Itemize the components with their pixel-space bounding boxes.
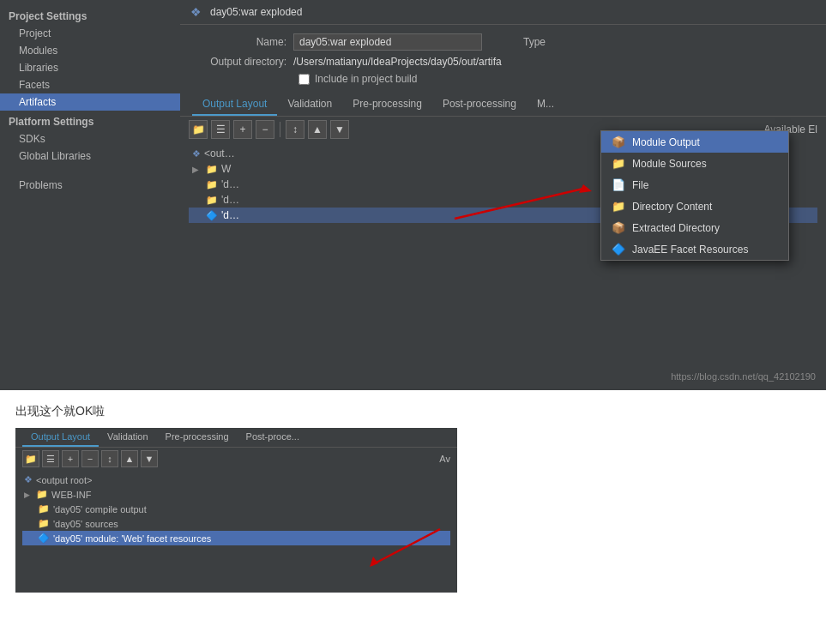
tab-bar: Output Layout Validation Pre-processing … — [180, 93, 826, 117]
tree-arrow: ▶ — [192, 165, 202, 174]
sidebar-item-artifacts[interactable]: Artifacts — [0, 93, 180, 111]
type-label: Type — [523, 36, 546, 48]
sources-icon: 📁 — [38, 518, 50, 529]
sort-btn[interactable]: ↕ — [286, 120, 304, 139]
include-checkbox[interactable] — [298, 74, 310, 85]
dropdown-item-extracted-directory[interactable]: 📦 Extracted Directory — [601, 217, 788, 238]
add-btn[interactable]: + — [233, 120, 252, 139]
remove-btn[interactable]: − — [256, 120, 274, 139]
tree2-item-sources[interactable]: 📁 'day05' sources — [22, 516, 450, 531]
tree2-item-compile-output[interactable]: 📁 'day05' compile output — [22, 502, 450, 516]
sidebar-item-problems[interactable]: Problems — [0, 177, 180, 194]
tab2-validation[interactable]: Validation — [99, 428, 157, 447]
tab2-output-layout[interactable]: Output Layout — [22, 428, 99, 447]
name-label: Name: — [192, 36, 286, 48]
screenshot-1: Project Settings Project Modules Librari… — [0, 0, 826, 390]
tree2-item-label: 'day05' compile output — [53, 504, 147, 515]
tab-post-processing[interactable]: Post-processing — [432, 93, 527, 116]
tree2-item-label: 'day05' sources — [53, 519, 118, 529]
output-tree-2: ❖ <output root> ▶ 📁 WEB-INF 📁 'day05' co… — [15, 470, 457, 593]
dropdown-item-label: Module Output — [632, 136, 700, 148]
properties-area: Name: Type Output directory: /Users/mati… — [180, 25, 826, 93]
sidebar-item-project[interactable]: Project — [0, 25, 180, 42]
include-row: Include in project build — [192, 73, 814, 85]
sidebar-item-global-libraries[interactable]: Global Libraries — [0, 147, 180, 165]
tree2-item-label: <output root> — [36, 475, 92, 485]
toolbar-sep — [280, 122, 280, 137]
tree-item-label: 'd… — [221, 194, 239, 206]
dropdown-item-label: JavaEE Facet Resources — [632, 244, 748, 256]
tree2-arrow: ▶ — [24, 491, 33, 499]
output-dir-value: /Users/matianyu/IdeaProjects/day05/out/a… — [293, 56, 502, 68]
extracted-directory-icon: 📦 — [612, 221, 625, 234]
webinf-icon: 📁 — [36, 489, 48, 500]
dropdown-item-label: Extracted Directory — [632, 222, 720, 234]
artifact-bar: ❖ day05:war exploded — [180, 0, 826, 25]
watermark: https://blog.csdn.net/qq_42102190 — [671, 371, 816, 382]
tree-item-label: 'd… — [221, 209, 239, 221]
name-row: Name: Type — [192, 33, 814, 51]
facet-icon: 🔷 — [38, 533, 50, 544]
add-btn-2[interactable]: + — [62, 450, 79, 467]
main-content: ❖ day05:war exploded Name: Type Output d… — [180, 0, 826, 390]
project-settings-header: Project Settings — [0, 5, 180, 25]
output-root-icon: ❖ — [24, 474, 33, 485]
tree2-item-label: 'day05' module: 'Web' facet resources — [53, 533, 211, 544]
sort-btn-2[interactable]: ↕ — [101, 450, 118, 467]
list-btn[interactable]: ☰ — [211, 120, 230, 139]
dropdown-item-label: Directory Content — [632, 201, 712, 213]
tree-item-label: 'd… — [221, 178, 239, 190]
move-down-btn-2[interactable]: ▼ — [141, 450, 158, 467]
dropdown-menu: 📦 Module Output 📁 Module Sources 📄 File … — [600, 130, 789, 261]
javaee-facet-icon: 🔷 — [612, 243, 625, 256]
sidebar: Project Settings Project Modules Librari… — [0, 0, 180, 390]
platform-settings-header: Platform Settings — [0, 111, 180, 130]
tree2-item-facet-resources[interactable]: 🔷 'day05' module: 'Web' facet resources — [22, 531, 450, 545]
tab2-post-processing[interactable]: Post-proce... — [238, 428, 308, 447]
av-label-2: Av — [439, 454, 450, 464]
move-up-btn-2[interactable]: ▲ — [121, 450, 138, 467]
dropdown-item-file[interactable]: 📄 File — [601, 174, 788, 196]
svg-marker-3 — [370, 557, 378, 567]
sidebar-item-facets[interactable]: Facets — [0, 76, 180, 93]
folder-btn[interactable]: 📁 — [189, 120, 208, 139]
tab-pre-processing[interactable]: Pre-processing — [342, 93, 432, 116]
dropdown-item-javaee-facet[interactable]: 🔷 JavaEE Facet Resources — [601, 238, 788, 260]
tree-item-label: <out… — [204, 147, 235, 159]
list-btn-2[interactable]: ☰ — [42, 450, 59, 467]
tree-item-icon: 🔷 — [206, 210, 218, 221]
tab-more[interactable]: M... — [527, 93, 564, 116]
compile-icon: 📁 — [38, 503, 50, 515]
move-down-btn[interactable]: ▼ — [330, 120, 349, 139]
tab-validation[interactable]: Validation — [277, 93, 342, 116]
tree-item-icon: 📁 — [206, 195, 218, 206]
directory-content-icon: 📁 — [612, 200, 625, 213]
tab-output-layout[interactable]: Output Layout — [192, 93, 277, 116]
artifact-icon: ❖ — [190, 5, 202, 19]
folder-btn-2[interactable]: 📁 — [22, 450, 39, 467]
module-sources-icon: 📁 — [612, 157, 625, 170]
sidebar-item-modules[interactable]: Modules — [0, 42, 180, 59]
tab2-pre-processing[interactable]: Pre-processing — [157, 428, 238, 447]
tree2-item-webinf[interactable]: ▶ 📁 WEB-INF — [22, 487, 450, 502]
remove-btn-2[interactable]: − — [81, 450, 99, 467]
tree-item-icon: 📁 — [206, 179, 218, 190]
include-label: Include in project build — [315, 73, 417, 85]
move-up-btn[interactable]: ▲ — [308, 120, 327, 139]
tree-item-icon: 📁 — [206, 164, 218, 175]
output-dir-row: Output directory: /Users/matianyu/IdeaPr… — [192, 56, 814, 68]
file-icon: 📄 — [612, 178, 625, 191]
dropdown-item-module-output[interactable]: 📦 Module Output — [601, 131, 788, 153]
dropdown-item-label: File — [632, 179, 648, 191]
sidebar-item-libraries[interactable]: Libraries — [0, 59, 180, 76]
tree2-item-label: WEB-INF — [51, 490, 91, 500]
sidebar-item-sdks[interactable]: SDKs — [0, 130, 180, 147]
tree2-item-output-root[interactable]: ❖ <output root> — [22, 472, 450, 487]
tab-bar-2: Output Layout Validation Pre-processing … — [15, 428, 457, 448]
dropdown-item-directory-content[interactable]: 📁 Directory Content — [601, 196, 788, 217]
toolbar-2: 📁 ☰ + − ↕ ▲ ▼ Av — [15, 448, 457, 470]
screenshot-2: Output Layout Validation Pre-processing … — [15, 428, 457, 593]
dropdown-item-module-sources[interactable]: 📁 Module Sources — [601, 153, 788, 174]
name-input[interactable] — [293, 33, 482, 51]
tree-item-label: W — [221, 163, 231, 175]
